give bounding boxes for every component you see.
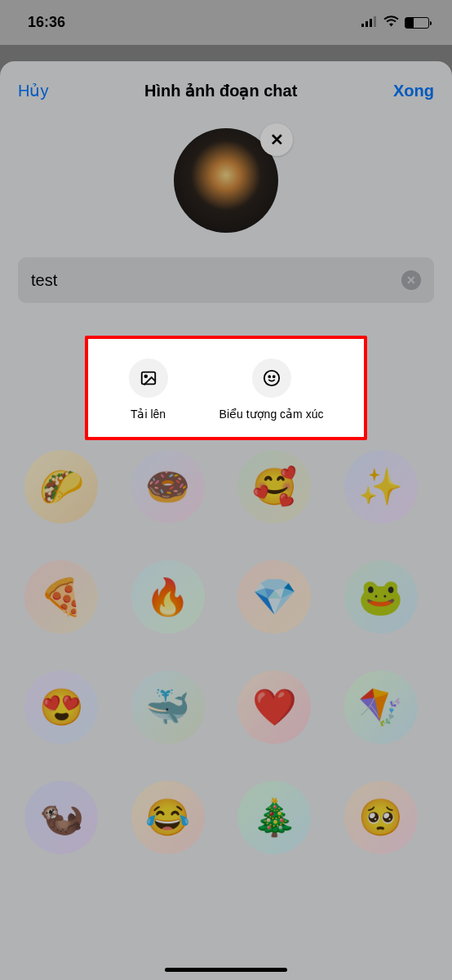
close-icon: ✕ [270, 130, 284, 149]
action-popup: Tải lên Biểu tượng cảm xúc [85, 336, 367, 440]
emoji-option[interactable]: 🎄 [237, 781, 311, 854]
cancel-button[interactable]: Hủy [18, 81, 48, 100]
emoji-option[interactable]: 😍 [24, 670, 98, 744]
signal-icon [361, 16, 378, 30]
emoji-option[interactable]: 🍩 [131, 450, 205, 523]
done-button[interactable]: Xong [393, 82, 434, 100]
status-right [361, 16, 429, 30]
image-icon [129, 359, 168, 398]
emoji-button[interactable]: Biểu tượng cảm xúc [219, 359, 324, 421]
svg-point-6 [264, 371, 278, 385]
emoji-option[interactable]: 🐳 [131, 670, 205, 744]
upload-label: Tải lên [131, 408, 166, 421]
modal-sheet: Hủy Hình ảnh đoạn chat Xong ✕ ✕ 🌮🍩🥰✨🍕🔥💎🐸… [0, 61, 452, 980]
emoji-grid: 🌮🍩🥰✨🍕🔥💎🐸😍🐳❤️🪁🦦😂🎄🥺 [0, 450, 452, 854]
close-avatar-button[interactable]: ✕ [260, 123, 293, 156]
name-input[interactable] [31, 271, 401, 290]
emoji-option[interactable]: 💎 [237, 560, 311, 634]
name-input-row: ✕ [18, 257, 434, 303]
svg-point-7 [268, 376, 270, 377]
home-indicator[interactable] [165, 968, 287, 972]
wifi-icon [383, 16, 399, 30]
sheet-header: Hủy Hình ảnh đoạn chat Xong [0, 61, 452, 120]
emoji-option[interactable]: 🍕 [24, 560, 98, 634]
svg-point-8 [273, 376, 274, 377]
emoji-option[interactable]: 🔥 [131, 560, 205, 634]
smiley-icon [252, 359, 291, 398]
svg-rect-0 [361, 24, 364, 27]
battery-icon [405, 17, 429, 29]
emoji-option[interactable]: 🪁 [344, 670, 418, 744]
close-icon: ✕ [406, 274, 416, 287]
svg-rect-2 [370, 19, 372, 27]
status-bar: 16:36 [0, 0, 452, 45]
svg-point-5 [144, 375, 147, 377]
svg-rect-3 [374, 16, 376, 27]
emoji-option[interactable]: 🥺 [344, 781, 418, 854]
emoji-option[interactable]: ✨ [344, 450, 418, 523]
clear-input-button[interactable]: ✕ [401, 270, 421, 290]
emoji-label: Biểu tượng cảm xúc [219, 408, 324, 421]
emoji-option[interactable]: 😂 [131, 781, 205, 854]
emoji-option[interactable]: 🥰 [237, 450, 311, 523]
upload-button[interactable]: Tải lên [129, 359, 168, 421]
status-time: 16:36 [28, 14, 65, 31]
avatar-container: ✕ [0, 128, 452, 233]
svg-rect-1 [366, 21, 368, 27]
emoji-option[interactable]: 🌮 [24, 450, 98, 523]
emoji-option[interactable]: 🐸 [344, 560, 418, 634]
page-title: Hình ảnh đoạn chat [144, 81, 297, 100]
emoji-option[interactable]: ❤️ [237, 670, 311, 744]
emoji-option[interactable]: 🦦 [24, 781, 98, 854]
